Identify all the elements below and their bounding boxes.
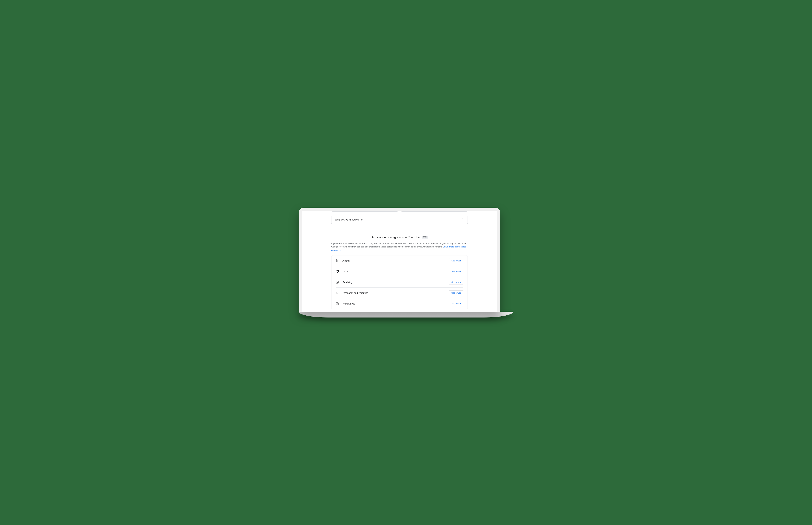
see-fewer-button[interactable]: See fewer — [449, 290, 463, 296]
beta-badge: BETA — [422, 236, 428, 239]
turned-off-label: What you've turned off (3) — [335, 218, 363, 221]
turned-off-row[interactable]: What you've turned off (3) — [331, 215, 468, 224]
svg-point-3 — [337, 292, 337, 292]
scale-icon — [336, 302, 339, 305]
laptop-frame: What you've turned off (3) Sensitive ad … — [299, 208, 500, 312]
family-icon — [336, 291, 339, 295]
section-heading: Sensitive ad categories on YouTube BETA — [331, 236, 468, 239]
category-label: Gambling — [342, 281, 449, 284]
dice-icon — [336, 281, 339, 284]
section-description: If you don't want to see ads for these c… — [331, 242, 468, 252]
svg-point-1 — [337, 282, 337, 282]
categories-card: AlcoholSee fewerDatingSee fewerGamblingS… — [331, 255, 468, 309]
screen: What you've turned off (3) Sensitive ad … — [302, 211, 497, 312]
category-row: Weight LossSee fewer — [336, 298, 463, 309]
category-row: DatingSee fewer — [336, 266, 463, 277]
chevron-right-icon — [461, 218, 464, 222]
partial-cards-row — [331, 211, 468, 212]
partial-card-right — [401, 211, 468, 212]
category-label: Weight Loss — [342, 302, 449, 305]
svg-point-2 — [337, 282, 338, 283]
see-fewer-button[interactable]: See fewer — [449, 280, 463, 285]
see-fewer-button[interactable]: See fewer — [449, 269, 463, 274]
category-label: Dating — [342, 270, 449, 273]
svg-point-4 — [338, 292, 338, 293]
section-title: Sensitive ad categories on YouTube — [371, 236, 420, 239]
category-row: Pregnancy and ParentingSee fewer — [336, 288, 463, 298]
partial-card-left — [331, 211, 398, 212]
category-row: AlcoholSee fewer — [336, 255, 463, 266]
heart-icon — [336, 270, 339, 273]
laptop-base — [299, 312, 513, 317]
category-label: Alcohol — [342, 259, 449, 262]
category-row: GamblingSee fewer — [336, 277, 463, 288]
see-fewer-button[interactable]: See fewer — [449, 301, 463, 306]
see-fewer-button[interactable]: See fewer — [449, 258, 463, 263]
page-content: What you've turned off (3) Sensitive ad … — [302, 211, 497, 312]
svg-rect-0 — [336, 281, 338, 283]
alcohol-icon — [336, 259, 339, 262]
category-label: Pregnancy and Parenting — [342, 292, 449, 294]
